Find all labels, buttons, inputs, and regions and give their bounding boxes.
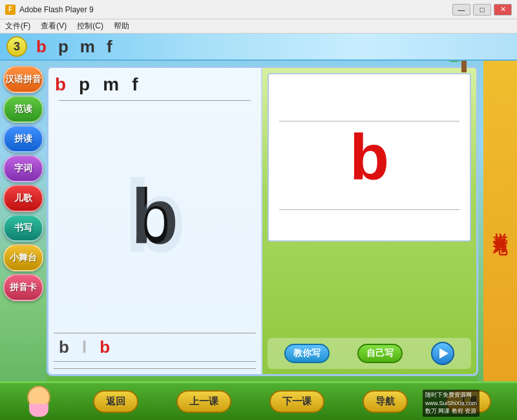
- big-letter: b: [131, 178, 178, 255]
- lesson-number: 3: [6, 36, 27, 57]
- write-line-top: [279, 121, 460, 121]
- panel-letters-row: b p m f: [48, 68, 261, 100]
- sidebar-btn-zici[interactable]: 字词: [3, 155, 43, 182]
- nav-back-button[interactable]: 返回: [93, 390, 138, 413]
- sidebar-btn-wutai[interactable]: 小舞台: [3, 244, 43, 271]
- lesson-letter-m: m: [80, 37, 95, 57]
- close-button[interactable]: ✕: [494, 4, 512, 16]
- sidebar-btn-erge[interactable]: 儿歌: [3, 185, 43, 212]
- writing-area: b: [268, 73, 471, 242]
- nav-nav-button[interactable]: 导航: [363, 390, 408, 413]
- cartoon-body: [29, 404, 48, 417]
- panel-right: b 教你写 自己写: [262, 68, 476, 374]
- panel-left: b p m f b b b l b: [48, 68, 262, 374]
- sidebar-btn-pindu[interactable]: 拼读: [3, 125, 43, 152]
- window-title: Adobe Flash Player 9: [19, 5, 94, 14]
- lesson-letters: b p m f: [36, 37, 112, 57]
- watermark-line1: 随时下免费资源网: [425, 391, 477, 399]
- play-button[interactable]: [431, 342, 454, 365]
- nav-next-button[interactable]: 下一课: [269, 390, 324, 413]
- writing-chars-row: b l b: [54, 335, 256, 360]
- lesson-letter-p: p: [58, 37, 69, 57]
- vertical-text: 拼音天地: [491, 222, 510, 232]
- panel-letter-p: p: [79, 74, 90, 95]
- lesson-bar: 3 b p m f: [0, 34, 517, 61]
- writing-char-b: b: [59, 337, 69, 357]
- menu-help[interactable]: 帮助: [114, 21, 129, 32]
- watermark-line2: www.SuiShiXia.com: [425, 399, 477, 408]
- panel-letter-f: f: [132, 74, 138, 95]
- menu-bar: 文件(F) 查看(V) 控制(C) 帮助: [0, 19, 517, 34]
- title-bar-controls[interactable]: — □ ✕: [452, 4, 512, 16]
- maximize-button[interactable]: □: [473, 4, 491, 16]
- lesson-letter-f: f: [107, 37, 112, 57]
- left-sidebar: 汉语拼音 范读 拼读 字词 儿歌 书写 小舞台 拼音卡: [0, 61, 47, 381]
- watermark-line3: 数万 网课 教程 资源: [425, 407, 477, 415]
- big-letter-area: b b: [131, 101, 178, 331]
- flash-area: u n n s D n 3 b p m f 拼音天地 汉语拼音: [0, 34, 517, 420]
- cartoon-left: [26, 386, 55, 418]
- nav-prev-button[interactable]: 上一课: [176, 390, 231, 413]
- sidebar-btn-shuxie[interactable]: 书写: [3, 215, 43, 242]
- big-red-letter: b: [350, 125, 389, 189]
- menu-view[interactable]: 查看(V): [41, 21, 67, 32]
- self-write-button[interactable]: 自己写: [357, 344, 403, 363]
- play-icon: [439, 348, 448, 359]
- panel-letter-b: b: [55, 74, 66, 95]
- writing-lines: b l b: [48, 331, 261, 374]
- lesson-letter-b: b: [36, 37, 47, 57]
- writing-char-l: l: [82, 337, 87, 357]
- menu-file[interactable]: 文件(F): [5, 21, 30, 32]
- app-icon: F: [5, 5, 16, 15]
- main-panel: b p m f b b b l b: [47, 66, 478, 376]
- writing-char-b-red: b: [100, 337, 110, 357]
- sidebar-btn-hanyu[interactable]: 汉语拼音: [3, 66, 43, 93]
- watermark: 随时下免费资源网 www.SuiShiXia.com 数万 网课 教程 资源: [423, 390, 480, 417]
- title-bar: F Adobe Flash Player 9 — □ ✕: [0, 0, 517, 19]
- minimize-button[interactable]: —: [452, 4, 470, 16]
- sidebar-btn-pinyinka[interactable]: 拼音卡: [3, 274, 43, 301]
- title-bar-left: F Adobe Flash Player 9: [5, 5, 94, 15]
- panel-letter-m: m: [103, 74, 119, 95]
- writing-line-2: [54, 361, 256, 362]
- writing-line-3: [54, 368, 256, 369]
- menu-control[interactable]: 控制(C): [77, 21, 103, 32]
- sidebar-btn-fandu[interactable]: 范读: [3, 96, 43, 123]
- teach-write-button[interactable]: 教你写: [284, 344, 330, 363]
- write-line-bottom: [279, 209, 460, 210]
- writing-line-1: [54, 333, 256, 333]
- right-vertical-label: 拼音天地: [483, 34, 517, 420]
- right-bottom-buttons: 教你写 自己写: [268, 338, 471, 369]
